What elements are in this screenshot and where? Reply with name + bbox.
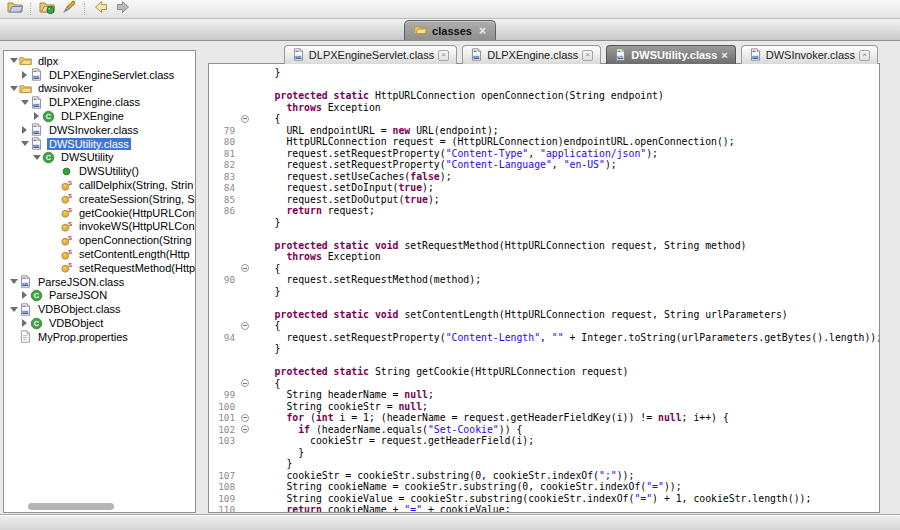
tree-item-vdbobject-class[interactable]: 010VDBObject.class xyxy=(4,302,195,316)
editor-tab-dwsutility-class[interactable]: 010DWSUtility.class× xyxy=(606,45,735,64)
expander-open-icon[interactable] xyxy=(8,307,19,312)
tree-item-vdbobject[interactable]: CVDBObject xyxy=(4,316,195,330)
svg-text:S: S xyxy=(68,221,72,227)
editor-tab-dlpxengine-class[interactable]: 010DLPXEngine.class× xyxy=(462,45,601,64)
code-text: protected static void setRequestMethod(H… xyxy=(251,240,746,252)
code-line xyxy=(209,79,879,91)
close-tab-icon[interactable]: × xyxy=(438,50,449,61)
fold-gutter xyxy=(238,194,251,206)
tree-item-label: DWSUtility.class xyxy=(47,138,131,150)
close-tab-icon[interactable]: × xyxy=(859,50,870,61)
tree-item-getcookie-httpurlcon[interactable]: SgetCookie(HttpURLCon xyxy=(4,206,195,220)
tree-item-dlpxengine[interactable]: CDLPXEngine xyxy=(4,109,195,123)
line-number: 85 xyxy=(209,194,238,206)
code-line: } xyxy=(209,67,879,79)
svg-text:010: 010 xyxy=(296,55,302,59)
search-button[interactable] xyxy=(58,1,80,18)
fold-gutter xyxy=(238,67,251,79)
line-number xyxy=(209,343,238,355)
package-explorer-panel[interactable]: dlpx010DLPXEngineServlet.classdwsinvoker… xyxy=(3,50,196,513)
navigate-back-button[interactable] xyxy=(90,1,112,18)
classfile-icon: 010 xyxy=(19,303,33,316)
fold-collapse-icon[interactable] xyxy=(238,412,251,424)
expander-closed-icon[interactable] xyxy=(19,319,30,327)
open-file-button[interactable] xyxy=(4,1,26,18)
fold-collapse-icon[interactable] xyxy=(238,263,251,275)
tree-item-dlpxengineservlet-class[interactable]: 010DLPXEngineServlet.class xyxy=(4,68,195,82)
expander-closed-icon[interactable] xyxy=(19,291,30,299)
tree-item-calldelphix-string-strin[interactable]: ScallDelphix(String, Strin xyxy=(4,178,195,192)
editor-tab-dwsinvoker-class[interactable]: 010DWSInvoker.class× xyxy=(741,45,878,64)
code-line: protected static void setRequestMethod(H… xyxy=(209,240,879,252)
code-line: { xyxy=(209,263,879,275)
fold-collapse-icon[interactable] xyxy=(238,113,251,125)
fold-collapse-icon[interactable] xyxy=(238,424,251,436)
open-type-button[interactable] xyxy=(36,1,58,18)
line-number xyxy=(209,102,238,114)
tree-item-setcontentlength-http[interactable]: SsetContentLength(Http xyxy=(4,247,195,261)
tree-item-label: DLPXEngineServlet.class xyxy=(47,69,176,81)
tree-item-createsession-string-st[interactable]: ScreateSession(String, St xyxy=(4,192,195,206)
close-tab-icon[interactable]: × xyxy=(721,50,727,60)
fold-gutter xyxy=(238,286,251,298)
fold-collapse-icon[interactable] xyxy=(238,378,251,390)
open-folder-icon xyxy=(7,0,23,19)
code-viewer[interactable]: } protected static HttpURLConnection ope… xyxy=(208,63,880,513)
tree-item-dwsutility[interactable]: DWSUtility() xyxy=(4,164,195,178)
code-line: throws Exception xyxy=(209,102,879,114)
fold-gutter xyxy=(238,171,251,183)
expander-closed-icon[interactable] xyxy=(19,126,30,134)
tree-item-dwsutility[interactable]: CDWSUtility xyxy=(4,151,195,165)
tree-item-parsejson-class[interactable]: 010ParseJSON.class xyxy=(4,275,195,289)
close-workspace-tab-icon[interactable]: × xyxy=(479,26,486,36)
expander-open-icon[interactable] xyxy=(19,100,30,105)
tree-item-invokews-httpurlconn[interactable]: SinvokeWS(HttpURLConn xyxy=(4,220,195,234)
code-line: 79 URL endpointURL = new URL(endpoint); xyxy=(209,125,879,137)
expander-open-icon[interactable] xyxy=(8,279,19,284)
tree-item-label: DLPXEngine xyxy=(59,110,126,122)
navigate-forward-button[interactable] xyxy=(112,1,134,18)
workspace-tab-classes[interactable]: classes × xyxy=(404,20,496,40)
fold-gutter xyxy=(238,79,251,91)
code-line: 83 request.setUseCaches(false); xyxy=(209,171,879,183)
editor-tab-dlpxengineservlet-class[interactable]: 010DLPXEngineServlet.class× xyxy=(284,45,457,64)
fold-gutter xyxy=(238,435,251,447)
tree-item-dlpxengine-class[interactable]: 010DLPXEngine.class xyxy=(4,95,195,109)
tree-item-parsejson[interactable]: CParseJSON xyxy=(4,289,195,303)
tree-item-label: ParseJSON xyxy=(47,289,109,301)
svg-text:C: C xyxy=(34,291,40,300)
line-number: 80 xyxy=(209,136,238,148)
tree-item-dwsinvoker[interactable]: dwsinvoker xyxy=(4,82,195,96)
expander-open-icon[interactable] xyxy=(31,155,42,160)
tree-item-myprop-properties[interactable]: MyProp.properties xyxy=(4,330,195,344)
tree-item-dlpx[interactable]: dlpx xyxy=(4,54,195,68)
close-tab-icon[interactable]: × xyxy=(582,50,593,61)
code-line: 109 String cookieValue = cookieStr.subst… xyxy=(209,493,879,505)
fold-collapse-icon[interactable] xyxy=(238,320,251,332)
fold-gutter xyxy=(238,228,251,240)
code-text: request.setRequestMethod(method); xyxy=(251,274,481,286)
code-text: } xyxy=(251,458,292,470)
svg-text:S: S xyxy=(68,235,72,241)
code-text: { xyxy=(251,320,281,332)
fold-gutter xyxy=(238,355,251,367)
tree-item-openconnection-string[interactable]: SopenConnection(String xyxy=(4,233,195,247)
editor-tab-label: DWSInvoker.class xyxy=(766,49,855,61)
expander-open-icon[interactable] xyxy=(8,58,19,63)
tree-item-setrequestmethod-http[interactable]: SsetRequestMethod(Http xyxy=(4,261,195,275)
code-line: 80 HttpURLConnection request = (HttpURLC… xyxy=(209,136,879,148)
tree-hscrollbar-thumb[interactable] xyxy=(28,503,114,510)
svg-text:010: 010 xyxy=(618,55,624,59)
code-text: { xyxy=(251,378,281,390)
svg-text:S: S xyxy=(68,193,72,199)
code-text: protected static HttpURLConnection openC… xyxy=(251,90,664,102)
tree-item-dwsinvoker-class[interactable]: 010DWSInvoker.class xyxy=(4,123,195,137)
expander-open-icon[interactable] xyxy=(8,86,19,91)
expander-open-icon[interactable] xyxy=(19,141,30,146)
expander-closed-icon[interactable] xyxy=(31,112,42,120)
expander-closed-icon[interactable] xyxy=(19,71,30,79)
editor-area: 010DLPXEngineServlet.class×010DLPXEngine… xyxy=(208,44,880,513)
editor-tab-bar: 010DLPXEngineServlet.class×010DLPXEngine… xyxy=(208,44,880,63)
tree-item-dwsutility-class[interactable]: 010DWSUtility.class xyxy=(4,137,195,151)
classfile-icon: 010 xyxy=(30,68,44,81)
